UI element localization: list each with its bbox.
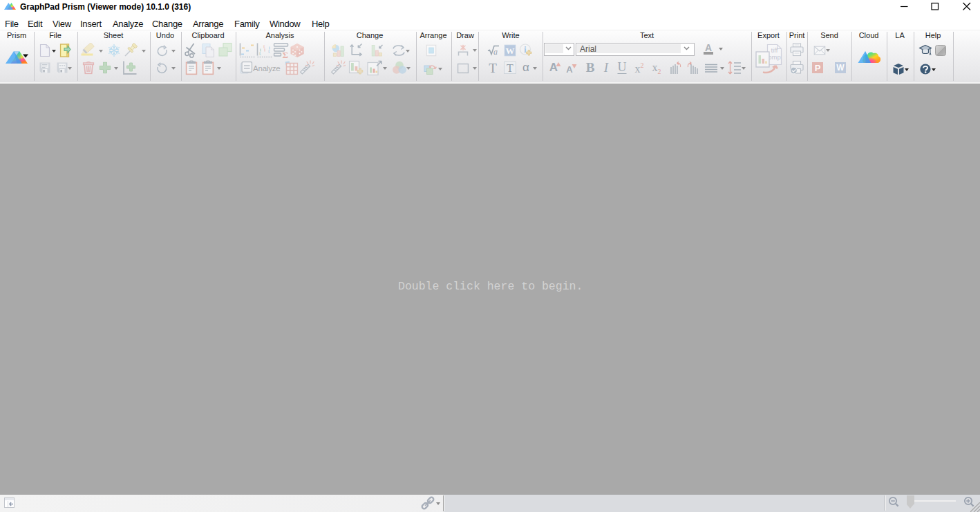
svg-text:t: t	[263, 43, 265, 50]
svg-text:a: a	[493, 47, 498, 57]
svg-text:W: W	[506, 46, 515, 56]
svg-text:T: T	[507, 62, 513, 74]
svg-text:α: α	[522, 62, 529, 74]
svg-text:T: T	[489, 62, 497, 74]
svg-text:Σ: Σ	[283, 50, 289, 59]
svg-text:bmp: bmp	[768, 53, 780, 61]
